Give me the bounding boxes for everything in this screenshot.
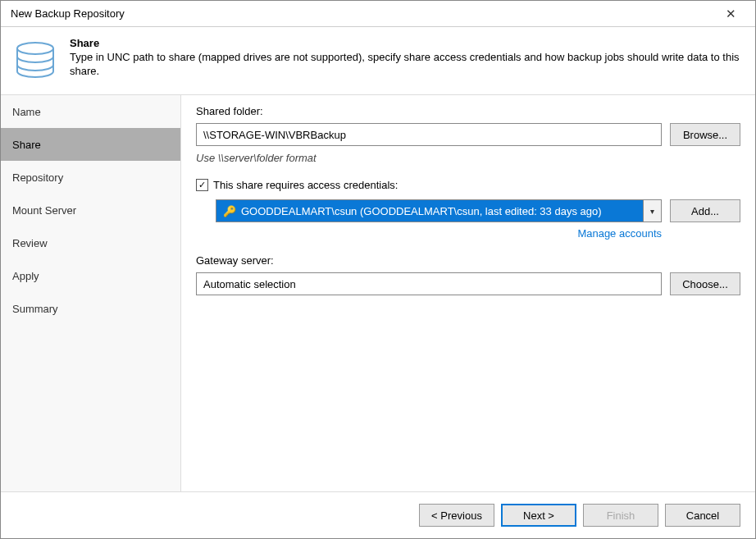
finish-button: Finish (583, 504, 658, 527)
sidebar-item-label: Name (12, 106, 41, 118)
page-title: Share (70, 37, 744, 49)
wizard-header: Share Type in UNC path to share (mapped … (1, 27, 755, 95)
previous-button[interactable]: < Previous (419, 504, 494, 527)
sidebar-item-summary[interactable]: Summary (1, 292, 180, 325)
dropdown-toggle[interactable]: ▾ (643, 200, 661, 222)
sidebar-item-mount-server[interactable]: Mount Server (1, 194, 180, 226)
close-button[interactable]: ✕ (714, 2, 747, 25)
sidebar-item-label: Apply (12, 270, 39, 282)
choose-gateway-button[interactable]: Choose... (670, 272, 740, 295)
sidebar-item-label: Mount Server (12, 204, 76, 217)
gateway-label: Gateway server: (196, 254, 740, 267)
next-button[interactable]: Next > (501, 504, 576, 527)
shared-folder-label: Shared folder: (196, 105, 740, 117)
svg-point-0 (17, 43, 53, 54)
wizard-body: Name Share Repository Mount Server Revie… (1, 95, 755, 491)
sidebar-item-label: Repository (12, 171, 63, 184)
shared-folder-input[interactable] (196, 123, 662, 146)
sidebar-item-name[interactable]: Name (1, 95, 180, 128)
gateway-server-value: Automatic selection (203, 278, 296, 290)
sidebar-item-label: Share (12, 139, 41, 151)
credentials-checkbox[interactable]: ✓ (196, 179, 208, 191)
sidebar-item-repository[interactable]: Repository (1, 161, 180, 194)
wizard-footer: < Previous Next > Finish Cancel (1, 491, 755, 538)
close-icon: ✕ (726, 7, 736, 21)
gateway-server-field: Automatic selection (196, 272, 662, 295)
header-text: Share Type in UNC path to share (mapped … (70, 37, 744, 83)
titlebar: New Backup Repository ✕ (1, 1, 755, 27)
credentials-selected-text: GOODDEALMART\csun (GOODDEALMART\csun, la… (241, 205, 602, 217)
browse-button[interactable]: Browse... (670, 123, 740, 146)
sidebar-item-label: Summary (12, 303, 58, 315)
credentials-selected: 🔑 GOODDEALMART\csun (GOODDEALMART\csun, … (216, 200, 643, 222)
storage-icon (12, 37, 58, 83)
key-icon: 🔑 (223, 205, 236, 217)
main-panel: Shared folder: Browse... Use \\server\fo… (181, 95, 755, 491)
format-hint: Use \\server\folder format (196, 152, 740, 164)
wizard-steps: Name Share Repository Mount Server Revie… (1, 95, 181, 491)
check-icon: ✓ (198, 180, 206, 190)
sidebar-item-share[interactable]: Share (1, 128, 180, 161)
sidebar-item-review[interactable]: Review (1, 226, 180, 259)
add-credentials-button[interactable]: Add... (670, 199, 740, 222)
page-description: Type in UNC path to share (mapped drives… (70, 51, 744, 79)
chevron-down-icon: ▾ (650, 207, 654, 216)
dialog-window: New Backup Repository ✕ Share Type in UN… (0, 0, 756, 539)
manage-accounts-link[interactable]: Manage accounts (216, 227, 740, 240)
cancel-button[interactable]: Cancel (665, 504, 740, 527)
sidebar-item-label: Review (12, 237, 48, 249)
credentials-checkbox-label: This share requires access credentials: (213, 179, 398, 191)
sidebar-item-apply[interactable]: Apply (1, 259, 180, 292)
credentials-dropdown[interactable]: 🔑 GOODDEALMART\csun (GOODDEALMART\csun, … (216, 199, 662, 222)
window-title: New Backup Repository (11, 7, 125, 20)
